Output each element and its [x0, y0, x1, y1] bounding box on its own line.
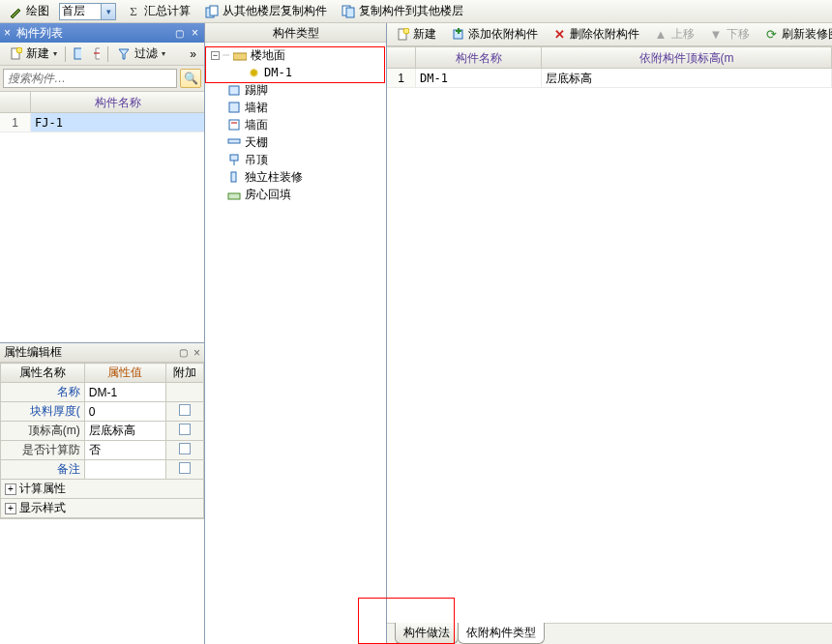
move-up-button: ▲ 上移: [649, 25, 698, 44]
dep-top-header: 依附构件顶标高(m: [542, 47, 832, 68]
separator: [65, 46, 66, 62]
category-icon: [226, 135, 242, 149]
new-button[interactable]: 新建: [391, 25, 440, 44]
prop-name: 名称: [1, 383, 85, 402]
table-row[interactable]: 是否计算防否: [1, 441, 204, 460]
expand-row-display[interactable]: +显示样式: [1, 499, 204, 518]
checkbox-icon[interactable]: [179, 462, 191, 474]
svg-rect-1: [210, 6, 218, 15]
component-grid: 构件名称 1 FJ-1: [0, 91, 204, 342]
row-number-header: [0, 92, 31, 112]
refresh-button[interactable]: ⟳ 刷新装修图元: [759, 25, 832, 44]
svg-rect-10: [229, 120, 239, 130]
tree-node[interactable]: 墙面: [207, 116, 384, 133]
svg-rect-9: [229, 102, 239, 112]
draw-button[interactable]: 绘图: [4, 2, 53, 20]
category-icon: [226, 101, 242, 114]
tree-node-child[interactable]: ✹ DM-1: [207, 64, 384, 81]
pin-icon[interactable]: ▢: [179, 347, 188, 358]
arrow-down-icon: ▼: [708, 27, 724, 43]
move-down-label: 下移: [727, 26, 750, 43]
prop-val[interactable]: 0: [84, 402, 165, 422]
plus-icon[interactable]: +: [5, 503, 16, 514]
chevron-down-icon: ▾: [53, 49, 57, 58]
collapse-icon[interactable]: −: [211, 51, 220, 60]
table-row[interactable]: 顶标高(m)层底标高: [1, 422, 204, 441]
table-row[interactable]: 1 DM-1 层底标高: [387, 69, 832, 88]
tab-dep-type[interactable]: 依附构件类型: [458, 623, 545, 644]
prop-val[interactable]: DM-1: [84, 383, 165, 402]
del-dep-button[interactable]: ✕ 删除依附构件: [548, 25, 643, 44]
panel-close-icon[interactable]: ×: [193, 346, 200, 360]
toolbar-icon-2[interactable]: [88, 46, 104, 62]
toolbar-icon-1[interactable]: [70, 46, 85, 62]
checkbox-icon[interactable]: [179, 424, 191, 435]
tree-node[interactable]: 踢脚: [207, 81, 384, 99]
close-icon[interactable]: ×: [4, 26, 11, 40]
prop-head-val: 属性值: [84, 364, 165, 383]
svg-rect-7: [233, 53, 247, 60]
draw-button-label: 绘图: [26, 3, 49, 19]
copy-from-icon: [204, 4, 220, 19]
svg-rect-11: [228, 139, 240, 143]
prop-chk[interactable]: [166, 441, 204, 460]
table-row[interactable]: 1 FJ-1: [0, 113, 204, 132]
prop-chk[interactable]: [166, 402, 204, 422]
new-component-label: 新建: [26, 45, 49, 62]
prop-chk[interactable]: [166, 460, 204, 480]
pencil-icon: [8, 4, 23, 19]
tree-node[interactable]: 墙裙: [207, 99, 384, 116]
plus-icon[interactable]: +: [5, 483, 16, 495]
tab-practice[interactable]: 构件做法: [395, 623, 459, 644]
tree-node-root[interactable]: − ┈ 楼地面: [207, 46, 384, 64]
floor-combo[interactable]: ▾: [59, 3, 116, 20]
tree-node-label: 楼地面: [251, 47, 285, 64]
component-grid-header: 构件名称: [0, 92, 204, 113]
pin-icon[interactable]: ▢: [175, 28, 184, 39]
category-icon: [226, 118, 242, 132]
row-top: 层底标高: [542, 69, 832, 87]
tree-node[interactable]: 房心回填: [207, 186, 384, 203]
search-button[interactable]: 🔍: [180, 69, 201, 88]
filter-label: 过滤: [134, 45, 158, 62]
filter-button[interactable]: 过滤 ▾: [112, 44, 169, 63]
checkbox-icon[interactable]: [179, 443, 191, 454]
category-icon: [226, 153, 242, 166]
copy-to-floor-button[interactable]: 复制构件到其他楼层: [337, 2, 467, 20]
table-row[interactable]: 块料厚度(0: [1, 402, 204, 422]
add-icon: [450, 27, 465, 43]
summary-button-label: 汇总计算: [144, 3, 191, 19]
expand-row-calc[interactable]: +计算属性: [1, 480, 204, 499]
table-row[interactable]: 备注: [1, 460, 204, 480]
tree-node[interactable]: 天棚: [207, 133, 384, 151]
new-file-icon: [395, 27, 410, 43]
copy-from-floor-label: 从其他楼层复制构件: [223, 3, 327, 19]
prop-val[interactable]: [84, 460, 165, 480]
row-index: 1: [0, 113, 31, 132]
new-component-button[interactable]: 新建 ▾: [4, 44, 61, 63]
tree-node-label: 踢脚: [245, 82, 268, 99]
prop-chk[interactable]: [166, 422, 204, 441]
component-name-header: 构件名称: [31, 92, 204, 112]
search-input[interactable]: [3, 69, 177, 88]
component-list-toolbar: 新建 ▾ 过滤 ▾ »: [0, 43, 204, 66]
tree-node[interactable]: 独立柱装修: [207, 168, 384, 186]
prop-val[interactable]: 否: [84, 441, 165, 460]
chevron-down-icon[interactable]: ▾: [101, 4, 115, 19]
floor-combo-input[interactable]: [60, 4, 101, 19]
toolbar-more-button[interactable]: »: [186, 46, 200, 62]
bottom-tabs: 构件做法 依附构件类型: [387, 623, 832, 644]
tree-node[interactable]: 吊顶: [207, 151, 384, 168]
table-row[interactable]: 名称DM-1: [1, 383, 204, 402]
prop-val[interactable]: 层底标高: [84, 422, 165, 441]
add-dep-button[interactable]: 添加依附构件: [446, 25, 542, 44]
copy-from-floor-button[interactable]: 从其他楼层复制构件: [200, 2, 331, 20]
checkbox-icon[interactable]: [179, 404, 191, 416]
del-dep-label: 删除依附构件: [570, 26, 639, 43]
funnel-icon: [116, 46, 132, 62]
component-list-title: 构件列表: [16, 25, 63, 42]
property-table-header: 属性名称 属性值 附加: [1, 364, 204, 383]
arrow-up-icon: ▲: [653, 27, 669, 43]
summary-button[interactable]: Σ 汇总计算: [122, 2, 194, 20]
panel-close-icon[interactable]: ×: [192, 26, 198, 40]
